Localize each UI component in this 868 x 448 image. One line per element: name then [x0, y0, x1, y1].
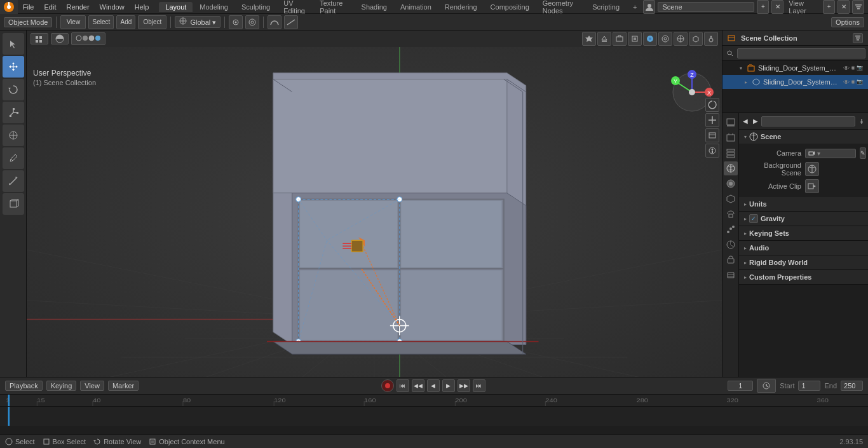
workspace-tab-geometry[interactable]: Geometry Nodes — [536, 0, 585, 16]
viewport-tool-6[interactable] — [658, 32, 672, 46]
cursor-tool[interactable] — [3, 33, 24, 55]
step-fwd-btn[interactable]: ▶▶ — [458, 379, 470, 392]
workspace-tab-sculpting[interactable]: Sculpting — [235, 2, 276, 12]
prop-particles-icon[interactable] — [724, 222, 738, 236]
scale-tool[interactable] — [3, 102, 24, 123]
outliner-filter-btn[interactable] — [853, 33, 863, 43]
curve2-btn[interactable] — [284, 15, 298, 29]
camera-value[interactable]: ▾ — [805, 149, 856, 158]
prop-scene-icon[interactable] — [724, 161, 738, 175]
workspace-tab-shading[interactable]: Shading — [355, 2, 393, 12]
scene-input[interactable] — [658, 2, 754, 12]
select-menu-btn[interactable]: Select — [88, 15, 114, 29]
view-layer-add-btn[interactable]: + — [823, 0, 835, 14]
camera-edit-btn[interactable]: ✎ — [860, 147, 866, 159]
prop-prev-btn[interactable]: ◀ — [742, 116, 750, 126]
gravity-section-header[interactable]: ▸ Gravity — [739, 212, 868, 226]
gravity-checkbox[interactable] — [749, 214, 758, 223]
viewport-tool-7[interactable] — [674, 32, 688, 46]
menu-render[interactable]: Render — [61, 2, 94, 12]
viewport-tool-8[interactable] — [689, 32, 703, 46]
marker-btn[interactable]: Marker — [108, 381, 139, 391]
snap-btn[interactable] — [229, 15, 243, 29]
options-btn[interactable]: Options — [831, 17, 864, 27]
record-btn[interactable] — [381, 379, 394, 392]
end-frame-input[interactable] — [841, 381, 863, 391]
render-icon-1[interactable]: 📷 — [857, 79, 863, 86]
rigid-body-world-section-header[interactable]: ▸ Rigid Body World — [739, 255, 868, 269]
menu-edit[interactable]: Edit — [39, 2, 62, 12]
filter-btn[interactable] — [852, 0, 864, 14]
move-tool[interactable] — [3, 56, 24, 78]
scene-remove-btn[interactable]: ✕ — [771, 0, 783, 14]
viewport-mode-btn[interactable] — [31, 33, 48, 44]
curve-btn[interactable] — [268, 15, 281, 29]
prop-output-icon[interactable] — [724, 131, 738, 145]
jump-start-btn[interactable]: ⏮ — [397, 379, 409, 392]
jump-end-btn[interactable]: ⏭ — [473, 379, 485, 392]
view-menu-btn[interactable]: View — [60, 15, 86, 29]
eye-icon-1[interactable]: 👁 — [843, 79, 850, 86]
viewport-side-3[interactable] — [705, 128, 719, 142]
viewport-shading-dots[interactable] — [71, 32, 105, 45]
prop-world-icon[interactable] — [724, 177, 738, 191]
menu-help[interactable]: Help — [130, 2, 154, 12]
select-icon-1[interactable]: ◉ — [851, 79, 855, 86]
prop-pin-btn[interactable] — [857, 116, 865, 126]
frame-input[interactable] — [728, 381, 753, 391]
viewport-tool-3[interactable] — [613, 32, 627, 46]
expand-arrow-1[interactable]: ▸ — [743, 79, 749, 85]
transform-select[interactable]: Global ▾ — [175, 16, 220, 28]
start-frame-input[interactable] — [798, 381, 820, 391]
workspace-tab-rendering[interactable]: Rendering — [438, 2, 484, 12]
eye-icon-0[interactable]: 👁 — [843, 65, 850, 72]
rotate-tool[interactable] — [3, 79, 24, 100]
audio-section-header[interactable]: ▸ Audio — [739, 241, 868, 255]
background-scene-icon-btn[interactable] — [805, 162, 819, 176]
user-icon-btn[interactable] — [643, 0, 655, 14]
custom-properties-section-header[interactable]: ▸ Custom Properties — [739, 270, 868, 284]
viewport-side-1[interactable] — [705, 98, 719, 112]
transform-tool[interactable] — [3, 125, 24, 146]
units-section-header[interactable]: ▸ Units — [739, 197, 868, 211]
outliner-item-1[interactable]: ▸ Sliding_Door_System_wit... 👁 ◉ 📷 — [722, 75, 868, 89]
prop-view-layer-icon[interactable] — [724, 146, 738, 160]
active-clip-icon-btn[interactable] — [805, 179, 819, 193]
keying-sets-section-header[interactable]: ▸ Keying Sets — [739, 226, 868, 240]
prop-modifier-icon[interactable] — [724, 207, 738, 221]
viewport-tool-9[interactable] — [704, 32, 718, 46]
object-menu-btn[interactable]: Object — [138, 15, 166, 29]
prop-constraints-icon[interactable] — [724, 253, 738, 267]
scene-section-header[interactable]: ▾ Scene — [739, 130, 868, 144]
playback-btn[interactable]: Playback — [5, 381, 43, 391]
scene-add-btn[interactable]: + — [757, 0, 769, 14]
add-cube-tool[interactable] — [3, 193, 24, 215]
menu-file[interactable]: File — [18, 2, 39, 12]
prop-render-icon[interactable] — [724, 116, 738, 130]
keying-btn[interactable]: Keying — [46, 381, 77, 391]
workspace-tab-uv[interactable]: UV Editing — [277, 0, 313, 16]
viewport-3d[interactable]: User Perspective (1) Scene Collection X … — [27, 31, 722, 377]
prop-physics-icon[interactable] — [724, 238, 738, 252]
add-menu-btn[interactable]: Add — [116, 15, 135, 29]
prop-data-icon[interactable] — [724, 268, 738, 282]
outliner-item-0[interactable]: ▾ Sliding_Door_System_with_R... 👁 ◉ 📷 — [722, 61, 868, 75]
workspace-tab-compositing[interactable]: Compositing — [484, 2, 536, 12]
outliner-search-input[interactable] — [737, 48, 865, 58]
proportional-btn[interactable] — [245, 15, 259, 29]
prop-search-input[interactable] — [761, 116, 855, 126]
step-back-btn[interactable]: ◀◀ — [412, 379, 424, 392]
workspace-tab-modeling[interactable]: Modeling — [193, 2, 234, 12]
play-btn[interactable]: ▶ — [442, 379, 455, 392]
measure-tool[interactable] — [3, 170, 24, 192]
viewport-side-4[interactable] — [705, 144, 719, 158]
viewport-tool-4[interactable] — [628, 32, 642, 46]
select-icon-0[interactable]: ◉ — [851, 65, 855, 72]
viewport-tool-2[interactable] — [597, 32, 611, 46]
workspace-tab-layout[interactable]: Layout — [159, 2, 193, 12]
expand-arrow-0[interactable]: ▾ — [738, 65, 744, 71]
timeline-track[interactable] — [0, 407, 868, 426]
prop-object-icon[interactable] — [724, 192, 738, 206]
viewport-tool-1[interactable] — [582, 32, 596, 46]
view-layer-remove-btn[interactable]: ✕ — [837, 0, 850, 14]
